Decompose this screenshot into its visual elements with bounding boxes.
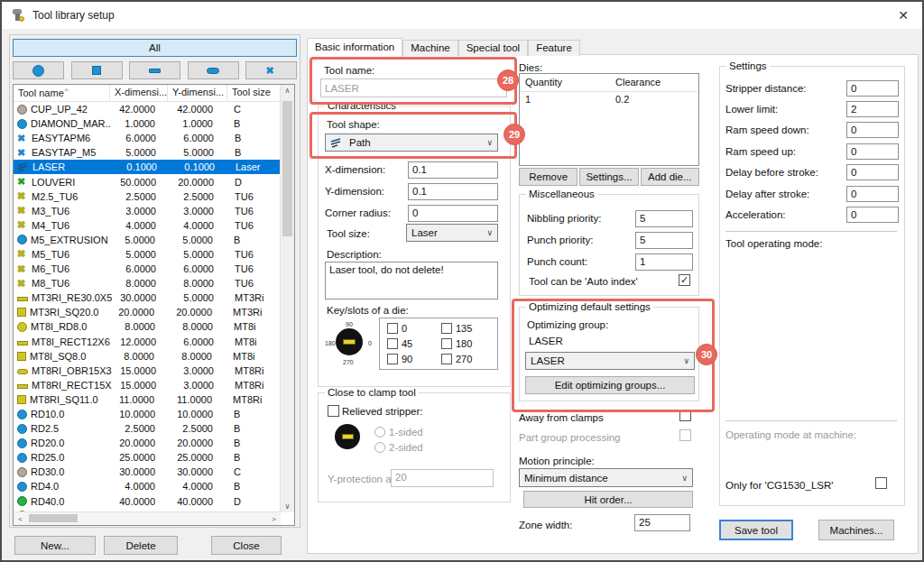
tool-row-LASER[interactable]: LASER0.10000.1000Laser [14, 160, 294, 174]
column-header-2[interactable]: Y-dimensi... [168, 85, 227, 101]
tool-row-M8_TU6[interactable]: ✖M8_TU68.00008.0000TU6 [14, 276, 294, 290]
tool-row-MT3RI_RE30.0X5.0[interactable]: MT3RI_RE30.0X5.030.00005.0000MT3Ri [14, 290, 294, 305]
tool-row-M4_TU6[interactable]: ✖M4_TU64.00004.0000TU6 [14, 218, 294, 233]
column-header-1[interactable]: X-dimensi... [110, 85, 168, 101]
tab-machine[interactable]: Machine [402, 40, 457, 56]
scroll-left-icon[interactable]: < [14, 515, 27, 523]
tool-row-RD10.0[interactable]: RD10.010.000010.0000B [14, 407, 294, 421]
tool-row-EASYTAP_M5[interactable]: ✖EASYTAP_M55.00005.0000B [14, 145, 294, 160]
only-for-checkbox[interactable] [875, 477, 887, 489]
field-input-ram-speed-up-[interactable]: 0 [846, 143, 899, 160]
save-tool-button[interactable]: Save tool [719, 520, 793, 540]
auto-index-checkbox[interactable] [679, 274, 690, 286]
field-input-lower-limit-[interactable]: 2 [846, 101, 899, 117]
column-header-3[interactable]: Tool size [227, 85, 281, 101]
machines-button[interactable]: Machines... [818, 520, 894, 540]
horizontal-scrollbar[interactable]: < > [14, 511, 281, 525]
relieved-stripper-checkbox[interactable] [328, 405, 339, 417]
field-input-stripper-distance-[interactable]: 0 [846, 80, 899, 97]
field-input-acceleration-[interactable]: 0 [846, 207, 899, 223]
close-icon[interactable]: ✕ [898, 8, 909, 23]
field-input-delay-after-stroke-[interactable]: 0 [846, 186, 899, 202]
settings--button[interactable]: Settings... [579, 168, 638, 186]
field-input-ram-speed-down-[interactable]: 0 [846, 122, 899, 138]
tool-row-M3_TU6[interactable]: ✖M3_TU63.00003.0000TU6 [14, 204, 294, 218]
tab-special-tool[interactable]: Special tool [458, 40, 528, 56]
field-input-nibbling-priority-[interactable]: 5 [635, 210, 693, 227]
part-group-checkbox[interactable] [679, 429, 691, 441]
tool-row-DIAMOND_MAR...[interactable]: DIAMOND_MAR...1.00001.0000B [14, 116, 294, 131]
field-input-corner-radius-[interactable]: 0 [408, 205, 498, 222]
column-header-0[interactable]: Tool name^ [14, 85, 110, 101]
tool-row-RD20.0[interactable]: RD20.020.000020.0000B [14, 436, 294, 450]
scroll-up-icon[interactable]: ∧ [281, 87, 294, 95]
new-button[interactable]: New... [14, 536, 96, 555]
one-sided-radio[interactable] [374, 427, 385, 438]
all-filter-button[interactable]: All [13, 39, 297, 57]
dies-column-quantity[interactable]: Quantity [520, 74, 610, 91]
dies-row[interactable]: 10.2 [520, 92, 698, 107]
tool-row-RD40.0[interactable]: RD40.040.000040.0000D [14, 494, 294, 509]
tool-row-MT8I_RECT12X6[interactable]: MT8I_RECT12X612.00006.0000MT8i [14, 335, 294, 349]
cell-name: RD40.0 [31, 496, 111, 507]
filter-obround-button[interactable] [188, 61, 239, 79]
tool-size-dropdown[interactable]: Laser ∨ [406, 224, 498, 242]
key-slot-checkbox-45[interactable] [387, 338, 398, 349]
key-slot-checkbox-135[interactable] [441, 323, 452, 334]
tool-row-LOUVERI[interactable]: ✖LOUVERI50.000020.0000D [14, 174, 294, 189]
zone-width-input[interactable]: 25 [634, 514, 690, 531]
cell-size: D [228, 496, 277, 507]
horizontal-scroll-thumb[interactable] [29, 514, 78, 522]
tab-basic-information[interactable]: Basic information [307, 38, 402, 57]
tool-row-M5_EXTRUSION[interactable]: M5_EXTRUSION5.00005.0000B [14, 233, 294, 247]
key-slot-checkbox-270[interactable] [441, 354, 452, 364]
tool-row-MT8RI_OBR15X3[interactable]: MT8RI_OBR15X315.00003.0000MT8Ri [14, 364, 294, 378]
delete-button[interactable]: Delete [104, 536, 178, 555]
motion-principle-dropdown[interactable]: Minimum distance ∨ [519, 468, 693, 487]
field-input-delay-before-stroke-[interactable]: 0 [846, 164, 899, 180]
cell-x: 4.0000 [112, 220, 170, 231]
remove-button[interactable]: Remove [519, 168, 578, 186]
vertical-scroll-thumb[interactable] [282, 101, 292, 236]
scroll-right-icon[interactable]: > [267, 515, 281, 523]
field-input-y-dimension-[interactable]: 0.1 [408, 183, 498, 200]
vertical-scrollbar[interactable]: ∧ ∨ [280, 85, 294, 512]
tool-row-MT8RI_RECT15X3[interactable]: MT8RI_RECT15X315.00003.0000MT8Ri [14, 378, 294, 392]
tool-row-CUP_UP_42[interactable]: CUP_UP_4242.000042.0000C [14, 102, 294, 116]
scroll-down-icon[interactable]: ∨ [281, 502, 294, 511]
tool-row-RD4.0[interactable]: RD4.04.00004.0000B [14, 479, 294, 493]
miscellaneous-title: Miscellaneous [526, 189, 597, 199]
tool-row-MT3RI_SQ20.0[interactable]: MT3RI_SQ20.020.000020.0000MT3Ri [14, 305, 294, 319]
filter-round-button[interactable] [13, 61, 64, 79]
tab-feature[interactable]: Feature [528, 40, 580, 56]
cell-size: B [228, 235, 277, 245]
filter-special-button[interactable]: ✖ [245, 61, 297, 79]
tool-row-M6_TU6[interactable]: ✖M6_TU66.00006.0000TU6 [14, 262, 294, 276]
two-sided-radio[interactable] [374, 442, 385, 453]
y-protection-input[interactable]: 20 [391, 469, 494, 487]
key-slot-checkbox-0[interactable] [387, 323, 398, 334]
dies-column-clearance[interactable]: Clearance [610, 74, 697, 91]
filter-square-button[interactable] [71, 61, 123, 79]
field-input-x-dimension-[interactable]: 0.1 [408, 161, 498, 179]
close-button[interactable]: Close [211, 536, 282, 555]
description-input[interactable]: Laser tool, do not delete! [325, 262, 498, 299]
key-slot-checkbox-180[interactable] [441, 338, 452, 349]
tool-row-EASYTAPM6[interactable]: ✖EASYTAPM66.00006.0000B [14, 131, 294, 145]
field-input-punch-count-[interactable]: 1 [635, 253, 693, 271]
tool-row-RD30.0[interactable]: RD30.030.000030.0000C [14, 465, 294, 479]
tool-row-MT8I_SQ8.0[interactable]: MT8I_SQ8.08.00008.0000MT8i [14, 349, 294, 364]
key-slot-checkbox-90[interactable] [387, 354, 398, 364]
tool-row-RD25.0[interactable]: RD25.025.000025.0000B [14, 450, 294, 465]
filter-rectangle-button[interactable] [129, 61, 180, 79]
miscellaneous-group: Miscellaneous Nibbling priority:5Punch p… [519, 194, 699, 296]
tool-row-RD2.5[interactable]: RD2.52.50002.5000B [14, 421, 294, 436]
cell-name: M8_TU6 [32, 278, 112, 289]
tool-row-M5_TU6[interactable]: ✖M5_TU65.00005.0000TU6 [14, 247, 294, 262]
tool-row-M2.5_TU6[interactable]: ✖M2.5_TU62.50002.5000TU6 [14, 189, 294, 204]
field-input-punch-priority-[interactable]: 5 [635, 232, 693, 249]
tool-row-MT8RI_SQ11.0[interactable]: MT8RI_SQ11.011.000011.0000MT8Ri [14, 392, 294, 407]
tool-row-MT8I_RD8.0[interactable]: MT8I_RD8.08.00008.0000MT8i [14, 319, 294, 334]
add-die--button[interactable]: Add die... [641, 168, 699, 186]
hit-order-button[interactable]: Hit order... [523, 491, 693, 508]
